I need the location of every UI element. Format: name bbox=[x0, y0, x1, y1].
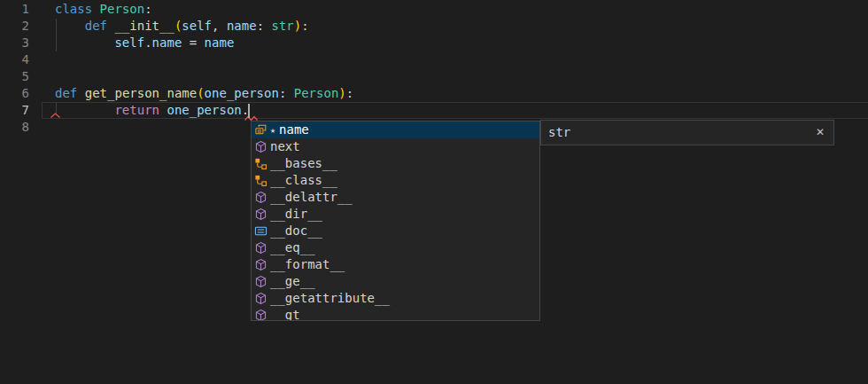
method-icon bbox=[254, 241, 267, 255]
suggest-widget: ★namenext__bases____class____delattr____… bbox=[251, 121, 540, 321]
line-number: 3 bbox=[0, 35, 29, 51]
suggest-item[interactable]: ★name bbox=[252, 121, 539, 138]
code-line[interactable]: 5 bbox=[0, 68, 868, 85]
suggest-details-panel: str ✕ bbox=[540, 120, 834, 145]
line-number: 1 bbox=[0, 1, 29, 18]
constant-icon bbox=[254, 224, 267, 238]
line-number: 6 bbox=[0, 85, 29, 102]
method-icon bbox=[254, 140, 267, 153]
suggest-item[interactable]: __eq__ bbox=[252, 239, 539, 256]
suggest-details-text: str bbox=[548, 121, 570, 145]
method-icon bbox=[254, 258, 267, 271]
suggest-item-label: __gt__ bbox=[270, 307, 315, 321]
suggest-item-label: __getattribute__ bbox=[270, 290, 390, 307]
code-line[interactable]: 4 bbox=[0, 51, 868, 68]
line-number: 8 bbox=[0, 119, 29, 136]
suggest-item[interactable]: next bbox=[252, 138, 539, 155]
intellicode-star-icon: ★ bbox=[270, 121, 275, 138]
method-icon bbox=[254, 275, 267, 288]
suggest-item[interactable]: __format__ bbox=[252, 256, 539, 273]
field-icon bbox=[254, 123, 267, 137]
code-line[interactable]: 6def get_person_name(one_person: Person)… bbox=[0, 85, 868, 102]
code-line-text: class Person: bbox=[55, 2, 152, 16]
close-icon[interactable]: ✕ bbox=[816, 121, 825, 145]
method-icon bbox=[254, 309, 267, 321]
method-icon bbox=[254, 208, 267, 221]
code-line[interactable]: 2 def __init__(self, name: str): bbox=[0, 18, 868, 35]
suggest-item-label: __delattr__ bbox=[270, 189, 353, 206]
line-number: 4 bbox=[0, 51, 29, 68]
suggest-item-label: __bases__ bbox=[270, 155, 337, 172]
suggest-item-label: __class__ bbox=[270, 172, 337, 189]
suggest-item[interactable]: __doc__ bbox=[252, 223, 539, 239]
suggest-item[interactable]: __delattr__ bbox=[252, 189, 539, 206]
code-line-text: def get_person_name(one_person: Person): bbox=[55, 86, 353, 100]
suggest-item[interactable]: __dir__ bbox=[252, 206, 539, 223]
suggest-item[interactable]: __getattribute__ bbox=[252, 290, 539, 307]
suggest-item-label: name bbox=[279, 121, 309, 138]
suggest-item-label: __doc__ bbox=[270, 223, 322, 239]
code-line-text: def __init__(self, name: str): bbox=[55, 19, 309, 33]
class-icon bbox=[254, 157, 267, 170]
suggest-item-label: __ge__ bbox=[270, 273, 315, 290]
class-icon bbox=[254, 174, 267, 187]
code-line[interactable]: 3 self.name = name bbox=[0, 35, 868, 51]
current-line-highlight bbox=[42, 102, 868, 119]
suggest-item[interactable]: __class__ bbox=[252, 172, 539, 189]
suggest-item-label: next bbox=[270, 138, 300, 155]
suggest-item[interactable]: __bases__ bbox=[252, 155, 539, 172]
error-squiggle bbox=[50, 113, 60, 119]
editor-background[interactable]: { "colors": { "background": "#1e1e1e", "… bbox=[0, 0, 868, 384]
suggest-item[interactable]: __ge__ bbox=[252, 273, 539, 290]
method-icon bbox=[254, 292, 267, 305]
method-icon bbox=[254, 191, 267, 204]
line-number: 5 bbox=[0, 68, 29, 85]
suggest-item-label: __dir__ bbox=[270, 206, 322, 223]
code-line[interactable]: 1class Person: bbox=[0, 1, 868, 18]
line-number: 2 bbox=[0, 18, 29, 35]
line-number: 7 bbox=[0, 102, 29, 119]
suggest-item-label: __eq__ bbox=[270, 239, 315, 256]
suggest-item-label: __format__ bbox=[270, 256, 345, 273]
text-cursor bbox=[248, 104, 250, 118]
suggest-item[interactable]: __gt__ bbox=[252, 307, 539, 321]
code-line-text: self.name = name bbox=[55, 35, 234, 50]
indent-guide bbox=[56, 19, 57, 51]
